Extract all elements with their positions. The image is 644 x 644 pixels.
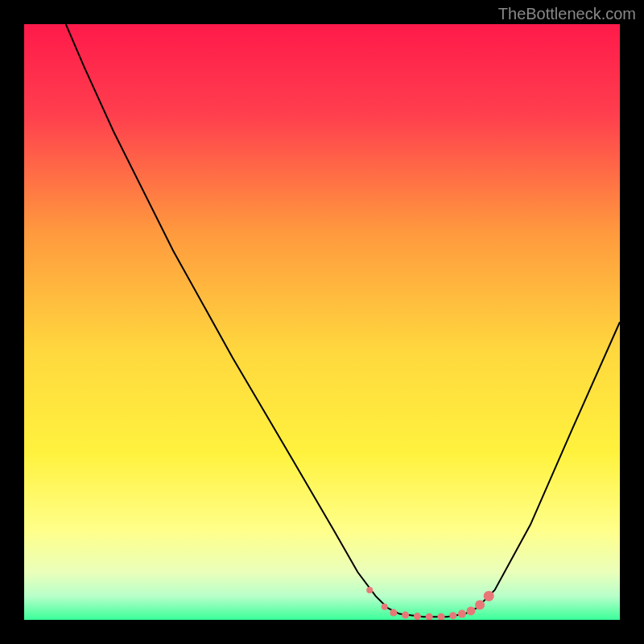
highlight-point [475, 601, 485, 610]
highlight-point [402, 612, 409, 619]
watermark-text: TheBottleneck.com [498, 5, 636, 23]
highlight-point [458, 610, 466, 618]
chart-container: TheBottleneck.com [0, 0, 644, 644]
highlight-point [366, 587, 373, 593]
highlight-point [467, 606, 476, 615]
highlight-point [449, 612, 456, 619]
highlight-point [414, 613, 421, 620]
highlight-points-layer [24, 24, 620, 620]
highlight-point [484, 591, 494, 601]
plot-area [24, 24, 620, 620]
highlight-point [438, 613, 445, 620]
highlight-point [426, 613, 433, 620]
highlight-point [390, 609, 397, 617]
highlight-point [382, 604, 388, 610]
